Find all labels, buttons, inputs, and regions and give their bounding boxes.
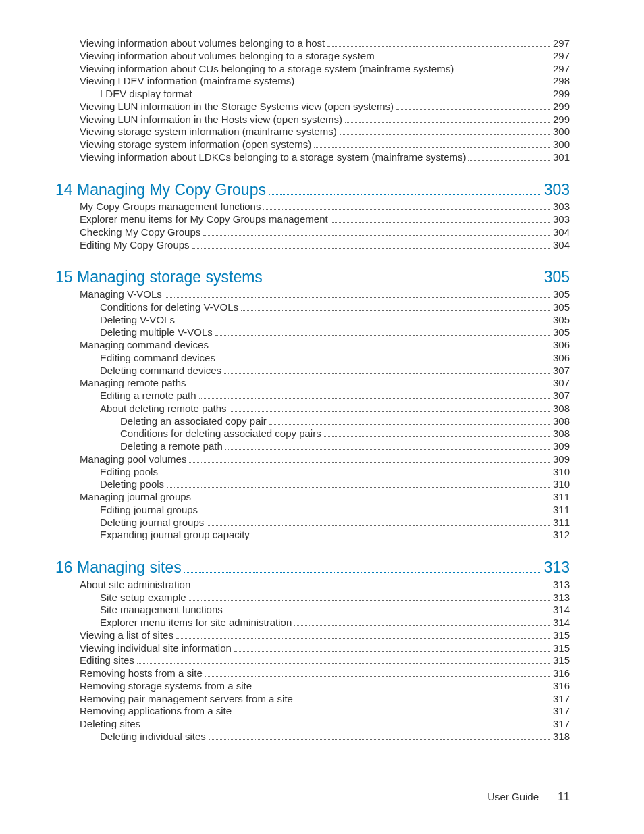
toc-entry[interactable]: Deleting multiple V-VOLs 305: [55, 326, 570, 339]
toc-leader-dots: [331, 222, 550, 223]
toc-leader-dots: [230, 411, 550, 412]
toc-entry[interactable]: LDEV display format 299: [55, 88, 570, 101]
toc-entry-title: Managing V-VOLs: [80, 288, 162, 301]
toc-entry[interactable]: Editing My Copy Groups 304: [55, 239, 570, 252]
toc-chapter[interactable]: 15 Managing storage systems 305: [55, 267, 570, 287]
toc-entry-title: Deleting multiple V-VOLs: [100, 326, 213, 339]
toc-entry[interactable]: Conditions for deleting V-VOLs 305: [55, 301, 570, 314]
toc-leader-dots: [165, 297, 550, 298]
toc-entry[interactable]: Deleting pools 310: [55, 478, 570, 491]
toc-entry-title: Deleting an associated copy pair: [120, 415, 267, 428]
table-of-contents: Viewing information about volumes belong…: [55, 37, 570, 744]
toc-entry-page: 299: [553, 101, 570, 113]
toc-entry-title: My Copy Groups management functions: [80, 201, 261, 213]
toc-entry[interactable]: Deleting an associated copy pair 308: [55, 415, 570, 428]
toc-entry[interactable]: Deleting command devices 307: [55, 365, 570, 377]
toc-entry[interactable]: Deleting individual sites 318: [55, 731, 570, 744]
toc-leader-dots: [269, 424, 550, 425]
toc-entry[interactable]: Viewing storage system information (main…: [55, 126, 570, 138]
toc-leader-dots: [209, 739, 550, 740]
toc-entry-title: Deleting journal groups: [100, 517, 204, 529]
toc-entry[interactable]: Removing applications from a site 317: [55, 705, 570, 718]
toc-entry[interactable]: Viewing LDEV information (mainframe syst…: [55, 75, 570, 88]
toc-entry[interactable]: Managing command devices 306: [55, 339, 570, 352]
toc-entry[interactable]: Viewing individual site information 315: [55, 642, 570, 655]
toc-entry[interactable]: Deleting V-VOLs 305: [55, 314, 570, 327]
toc-entry[interactable]: Viewing a list of sites 315: [55, 629, 570, 642]
toc-entry-page: 316: [553, 667, 570, 680]
toc-entry-title: Site management functions: [100, 604, 223, 617]
toc-entry-title: Removing applications from a site: [80, 705, 232, 718]
toc-entry-page: 317: [553, 693, 570, 706]
footer-page-number: 11: [558, 791, 570, 802]
toc-entry[interactable]: Explorer menu items for My Copy Groups m…: [55, 213, 570, 226]
toc-entry-page: 309: [553, 440, 570, 453]
toc-entry[interactable]: Managing pool volumes 309: [55, 453, 570, 466]
toc-entry[interactable]: Editing journal groups 311: [55, 504, 570, 517]
toc-entry[interactable]: Removing pair management servers from a …: [55, 693, 570, 706]
toc-entry[interactable]: My Copy Groups management functions 303: [55, 201, 570, 213]
toc-entry-page: 300: [553, 138, 570, 151]
toc-leader-dots: [137, 663, 550, 664]
toc-entry-page: 313: [544, 558, 570, 577]
toc-entry-page: 315: [553, 654, 570, 667]
toc-leader-dots: [225, 449, 550, 450]
toc-entry[interactable]: Explorer menu items for site administrat…: [55, 617, 570, 629]
toc-entry[interactable]: Deleting sites 317: [55, 718, 570, 731]
toc-leader-dots: [324, 436, 550, 437]
toc-leader-dots: [263, 209, 550, 210]
toc-entry[interactable]: Site management functions 314: [55, 604, 570, 617]
toc-entry[interactable]: Managing remote paths 307: [55, 377, 570, 390]
toc-entry-page: 307: [553, 377, 570, 390]
toc-entry[interactable]: Removing storage systems from a site 316: [55, 680, 570, 693]
toc-entry-title: Removing hosts from a site: [80, 667, 203, 680]
toc-entry-title: Explorer menu items for site administrat…: [100, 617, 292, 629]
toc-leader-dots: [199, 398, 550, 399]
toc-entry-title: Deleting sites: [80, 718, 140, 731]
toc-entry[interactable]: Expanding journal group capacity 312: [55, 529, 570, 542]
toc-entry-title: Viewing information about volumes belong…: [80, 50, 375, 63]
toc-entry[interactable]: Removing hosts from a site 316: [55, 667, 570, 680]
toc-entry[interactable]: Viewing information about CUs belonging …: [55, 63, 570, 76]
toc-entry-title: Viewing information about LDKCs belongin…: [80, 151, 466, 164]
toc-entry[interactable]: Viewing LUN information in the Storage S…: [55, 101, 570, 113]
toc-entry[interactable]: Site setup example 313: [55, 592, 570, 604]
toc-entry-title: 16 Managing sites: [55, 558, 182, 577]
toc-leader-dots: [345, 122, 550, 123]
toc-leader-dots: [176, 638, 550, 639]
toc-entry-page: 308: [553, 415, 570, 428]
toc-leader-dots: [296, 702, 550, 702]
toc-entry[interactable]: Viewing information about LDKCs belongin…: [55, 151, 570, 164]
toc-entry[interactable]: Conditions for deleting associated copy …: [55, 427, 570, 440]
toc-entry[interactable]: Managing V-VOLs 305: [55, 288, 570, 301]
toc-entry-page: 313: [553, 579, 570, 592]
toc-leader-dots: [215, 335, 550, 336]
toc-entry[interactable]: Viewing information about volumes belong…: [55, 37, 570, 50]
toc-entry[interactable]: Deleting journal groups 311: [55, 517, 570, 529]
toc-entry-title: Editing pools: [100, 466, 158, 479]
toc-entry[interactable]: Viewing storage system information (open…: [55, 138, 570, 151]
toc-entry[interactable]: Viewing information about volumes belong…: [55, 50, 570, 63]
toc-chapter[interactable]: 14 Managing My Copy Groups 303: [55, 180, 570, 200]
toc-entry[interactable]: Editing a remote path 307: [55, 390, 570, 402]
toc-leader-dots: [234, 651, 550, 652]
toc-entry-title: Managing pool volumes: [80, 453, 186, 466]
toc-entry[interactable]: Managing journal groups 311: [55, 491, 570, 504]
toc-entry-page: 317: [553, 705, 570, 718]
toc-entry[interactable]: About deleting remote paths 308: [55, 402, 570, 415]
toc-entry-title: Editing sites: [80, 654, 134, 667]
toc-chapter[interactable]: 16 Managing sites 313: [55, 558, 570, 577]
toc-entry[interactable]: Checking My Copy Groups 304: [55, 226, 570, 239]
toc-entry-title: Deleting V-VOLs: [100, 314, 175, 327]
toc-leader-dots: [193, 588, 550, 588]
toc-entry[interactable]: Editing pools 310: [55, 466, 570, 479]
toc-entry[interactable]: Deleting a remote path 309: [55, 440, 570, 453]
toc-entry[interactable]: Editing command devices 306: [55, 352, 570, 365]
toc-leader-dots: [178, 323, 550, 323]
toc-entry[interactable]: About site administration 313: [55, 579, 570, 592]
toc-entry[interactable]: Editing sites 315: [55, 654, 570, 667]
toc-entry[interactable]: Viewing LUN information in the Hosts vie…: [55, 113, 570, 126]
toc-entry-page: 297: [553, 63, 570, 76]
toc-entry-title: Explorer menu items for My Copy Groups m…: [80, 213, 328, 226]
toc-entry-page: 305: [553, 314, 570, 327]
